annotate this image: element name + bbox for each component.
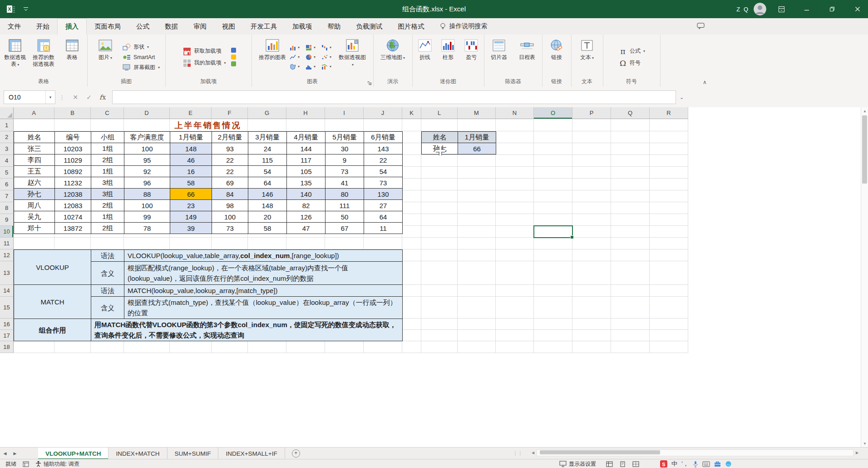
cell-O18[interactable] (534, 341, 572, 353)
cell-R17[interactable] (650, 330, 688, 341)
cell-Q15[interactable] (611, 297, 650, 319)
col-header-P[interactable]: P (572, 107, 611, 119)
soft-keyboard-icon[interactable] (702, 461, 710, 467)
cell-Q17[interactable] (611, 330, 650, 341)
row-header-10[interactable]: 10 (0, 226, 14, 238)
cell-O4[interactable] (534, 155, 572, 167)
sales-header-cell[interactable]: 2月销量 (212, 132, 248, 143)
cell-Q11[interactable] (611, 238, 650, 249)
cell-L4[interactable] (421, 155, 458, 167)
col-header-H[interactable]: H (286, 107, 325, 119)
sales-cell[interactable]: 10274 (55, 211, 91, 223)
cell-M10[interactable] (458, 226, 496, 238)
cell-P3[interactable] (572, 143, 611, 155)
cell-Q4[interactable] (611, 155, 650, 167)
cell-M14[interactable] (458, 285, 496, 297)
collapse-ribbon-icon[interactable]: ∧ (699, 78, 710, 86)
cell-O14[interactable] (534, 285, 572, 297)
cell-K13[interactable] (402, 261, 421, 285)
mini-column-chart-button[interactable]: ▾ (289, 43, 304, 52)
row-header-12[interactable]: 12 (0, 249, 14, 261)
cell-L7[interactable] (421, 190, 458, 202)
cell-L16[interactable] (421, 319, 458, 330)
mini-map-chart-button[interactable]: ▾ (289, 62, 304, 71)
cell-K3[interactable] (402, 143, 421, 155)
sales-header-cell[interactable]: 小组 (91, 132, 124, 143)
picture-button[interactable]: 图片▾ (91, 37, 119, 77)
cell-O7[interactable] (534, 190, 572, 202)
sales-cell[interactable]: 144 (287, 143, 326, 154)
row-header-9[interactable]: 9 (0, 214, 14, 226)
cell-Q10[interactable] (611, 226, 650, 238)
smartart-button[interactable]: SmartArt (120, 53, 161, 61)
syntax-label-cell[interactable]: 语法 (91, 250, 124, 262)
timeline-button[interactable]: 日程表 (513, 37, 541, 77)
sales-header-cell[interactable]: 姓名 (14, 132, 55, 143)
sales-cell[interactable]: 93 (212, 143, 248, 154)
cell-M5[interactable] (458, 167, 496, 179)
cell-L6[interactable] (421, 179, 458, 190)
cell-M8[interactable] (458, 202, 496, 214)
page-layout-view-button[interactable] (619, 461, 626, 467)
sales-cell[interactable]: 58 (248, 223, 287, 234)
cell-A11[interactable] (14, 238, 54, 249)
sales-cell[interactable]: 46 (170, 154, 212, 166)
ribbon-tab-页面布局[interactable]: 页面布局 (87, 18, 128, 35)
enter-formula-button[interactable]: ✓ (82, 91, 96, 104)
ribbon-tab-开发工具[interactable]: 开发工具 (243, 18, 285, 35)
sales-cell[interactable]: 22 (212, 166, 248, 177)
sales-header-cell[interactable]: 6月销量 (364, 132, 403, 143)
sheet-tab-index-small-if[interactable]: INDEX+SMALL+IF (218, 448, 285, 459)
cell-L8[interactable] (421, 202, 458, 214)
sales-cell[interactable]: 赵六 (14, 177, 55, 189)
cell-Q13[interactable] (611, 261, 650, 285)
cell-M13[interactable] (458, 261, 496, 285)
cell-K16[interactable] (402, 319, 421, 330)
page-break-view-button[interactable] (632, 461, 639, 467)
ribbon-tab-审阅[interactable]: 审阅 (186, 18, 214, 35)
cell-K8[interactable] (402, 202, 421, 214)
sales-cell[interactable]: 54 (248, 166, 287, 177)
cell-P2[interactable] (572, 131, 611, 143)
cell-N10[interactable] (496, 226, 534, 238)
cell-G11[interactable] (248, 238, 286, 249)
cell-Q2[interactable] (611, 131, 650, 143)
scroll-right-icon[interactable]: ▶ (853, 449, 861, 457)
cell-B18[interactable] (54, 341, 91, 353)
vertical-scrollbar[interactable]: ▲ ▼ (861, 107, 868, 447)
col-header-N[interactable]: N (496, 107, 534, 119)
col-header-A[interactable]: A (14, 107, 54, 119)
cell-M9[interactable] (458, 214, 496, 226)
cell-M15[interactable] (458, 297, 496, 319)
restore-button[interactable] (822, 0, 843, 18)
sales-cell[interactable]: 11 (364, 223, 403, 234)
cell-B11[interactable] (54, 238, 91, 249)
map-3d-button[interactable]: 三维地图▾ (379, 37, 407, 77)
cell-Q12[interactable] (611, 249, 650, 261)
cell-N15[interactable] (496, 297, 534, 319)
cell-O5[interactable] (534, 167, 572, 179)
row-header-1[interactable]: 1 (0, 119, 14, 131)
sales-cell[interactable]: 22 (212, 154, 248, 166)
sales-cell[interactable]: 64 (248, 177, 287, 189)
sales-cell[interactable]: 1组 (91, 166, 124, 177)
recommended-charts-button[interactable]: 推荐的图表 (258, 37, 286, 77)
cell-P11[interactable] (572, 238, 611, 249)
sales-cell[interactable]: 郑十 (14, 223, 55, 234)
cell-N17[interactable] (496, 330, 534, 341)
tell-me-search[interactable]: 操作说明搜索 (432, 18, 495, 35)
row-header-4[interactable]: 4 (0, 155, 14, 167)
row-header-7[interactable]: 7 (0, 190, 14, 202)
cell-L14[interactable] (421, 285, 458, 297)
row-header-15[interactable]: 15 (0, 297, 14, 319)
cell-R1[interactable] (650, 119, 688, 131)
sales-cell[interactable]: 149 (170, 211, 212, 223)
cell-M7[interactable] (458, 190, 496, 202)
addin-app-icon[interactable] (231, 61, 236, 66)
ribbon-tab-负载测试[interactable]: 负载测试 (349, 18, 390, 35)
horizontal-scroll-thumb[interactable] (540, 450, 660, 454)
new-sheet-button[interactable]: + (291, 449, 301, 458)
sales-cell[interactable]: 73 (364, 177, 403, 189)
cell-O17[interactable] (534, 330, 572, 341)
sales-cell[interactable]: 143 (364, 143, 403, 154)
